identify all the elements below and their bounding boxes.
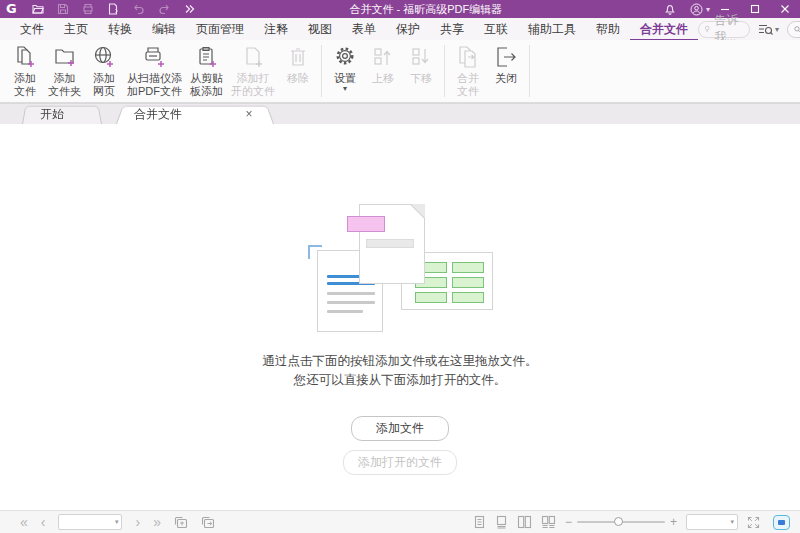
add-opened-files-button[interactable]: 添加打 开的文件 — [227, 44, 279, 99]
settings-button[interactable]: 设置 ▾ — [326, 44, 364, 92]
zoom-level-input[interactable]: ▾ — [686, 514, 738, 530]
move-down-button[interactable]: 下移 — [402, 44, 440, 86]
redo-icon[interactable] — [158, 3, 171, 15]
add-opened-files-action-button[interactable]: 添加打开的文件 — [343, 450, 457, 475]
add-webpage-globe-icon — [92, 45, 116, 69]
add-folder-icon — [53, 45, 77, 69]
hint-line-2: 您还可以直接从下面添加打开的文件。 — [263, 371, 538, 390]
open-file-icon[interactable] — [32, 3, 44, 15]
zoom-in-icon[interactable]: + — [670, 516, 677, 528]
page-number-input[interactable]: ▾ — [58, 514, 122, 530]
ribbon-group-add: 添加 文件 添加 文件夹 添加 网页 从扫描仪添 加PDF文件 从剪贴 板添加 — [6, 44, 317, 99]
exit-icon — [494, 45, 518, 69]
statusbar: « ‹ ▾ › » − + — [0, 510, 800, 533]
search-icon — [794, 24, 800, 35]
search-options-button[interactable]: ▾ — [758, 23, 779, 36]
menu-organize[interactable]: 页面管理 — [186, 18, 254, 40]
remove-button[interactable]: 移除 — [279, 44, 317, 86]
new-document-icon[interactable] — [107, 3, 119, 15]
title-placeholder-bar — [366, 239, 414, 248]
window-title: 合并文件 - 福昕高级PDF编辑器 — [195, 2, 657, 17]
clipboard-icon — [195, 45, 219, 69]
menu-view[interactable]: 视图 — [298, 18, 342, 40]
zoom-slider-track[interactable] — [577, 521, 665, 523]
opened-file-icon — [241, 45, 265, 69]
last-page-icon[interactable]: » — [153, 515, 161, 529]
tab-close-icon[interactable]: × — [242, 107, 256, 121]
scanner-icon — [143, 45, 167, 69]
continuous-view-icon[interactable] — [495, 515, 508, 529]
menu-home[interactable]: 主页 — [54, 18, 98, 40]
view-zoom-controls: − + ▾ — [473, 514, 790, 530]
ribbon-separator — [321, 45, 322, 97]
hint-line-1: 通过点击下面的按钮添加文件或在这里拖放文件。 — [263, 352, 538, 371]
facing-view-icon[interactable] — [517, 515, 532, 529]
find-input[interactable]: 查找 — [787, 21, 800, 38]
trash-icon — [286, 45, 310, 69]
menu-comment[interactable]: 注释 — [254, 18, 298, 40]
menu-protect[interactable]: 保护 — [386, 18, 430, 40]
add-webpage-button[interactable]: 添加 网页 — [85, 44, 123, 99]
move-up-button[interactable]: 上移 — [364, 44, 402, 86]
previous-view-icon[interactable] — [174, 516, 188, 529]
previous-page-icon[interactable]: ‹ — [41, 515, 46, 529]
ribbon-merge-files: 添加 文件 添加 文件夹 添加 网页 从扫描仪添 加PDF文件 从剪贴 板添加 — [0, 40, 800, 103]
next-page-icon[interactable]: › — [135, 515, 140, 529]
zoom-slider[interactable]: − + — [565, 516, 677, 528]
menu-connect[interactable]: 互联 — [474, 18, 518, 40]
print-icon[interactable] — [82, 3, 94, 15]
undo-icon[interactable] — [132, 3, 145, 15]
highlight-pink-block — [347, 216, 385, 232]
page-navigation: « ‹ ▾ › » — [10, 514, 215, 530]
menubar: 文件 主页 转换 编辑 页面管理 注释 视图 表单 保护 共享 互联 辅助工具 … — [0, 18, 800, 40]
menu-merge-files[interactable]: 合并文件 — [630, 18, 698, 41]
add-folder-button[interactable]: 添加 文件夹 — [44, 44, 85, 99]
first-page-icon[interactable]: « — [20, 515, 28, 529]
menu-form[interactable]: 表单 — [342, 18, 386, 40]
foxit-assistant-icon[interactable] — [773, 515, 790, 530]
add-from-clipboard-button[interactable]: 从剪贴 板添加 — [186, 44, 227, 99]
document-tabbar: 开始 合并文件 × — [0, 103, 800, 124]
move-up-icon — [371, 45, 395, 69]
add-from-scanner-button[interactable]: 从扫描仪添 加PDF文件 — [123, 44, 186, 99]
add-files-action-button[interactable]: 添加文件 — [351, 416, 449, 441]
maximize-button[interactable] — [740, 0, 770, 18]
titlebar: G 合并文件 - 福昕高级PDF编辑器 ▾ — [0, 0, 800, 18]
search-filter-icon — [758, 23, 773, 36]
notifications-bell-icon[interactable] — [657, 3, 683, 15]
menu-file[interactable]: 文件 — [10, 18, 54, 40]
lightbulb-icon — [704, 23, 710, 35]
merge-files-button[interactable]: 合并 文件 — [449, 44, 487, 99]
tab-merge-files[interactable]: 合并文件 × — [116, 104, 274, 124]
ribbon-group-actions: 合并 文件 关闭 — [449, 44, 525, 99]
tell-me-search[interactable]: 告诉我... — [698, 21, 750, 38]
save-icon[interactable] — [57, 3, 69, 15]
add-file-icon — [13, 45, 37, 69]
menu-share[interactable]: 共享 — [430, 18, 474, 40]
single-page-view-icon[interactable] — [473, 515, 486, 529]
merge-files-panel: 通过点击下面的按钮添加文件或在这里拖放文件。 您还可以直接从下面添加打开的文件。… — [0, 124, 800, 510]
facing-continuous-view-icon[interactable] — [541, 515, 556, 529]
add-files-button[interactable]: 添加 文件 — [6, 44, 44, 99]
close-button[interactable] — [770, 0, 800, 18]
settings-caret-icon: ▾ — [343, 86, 347, 91]
tab-start[interactable]: 开始 — [22, 104, 102, 124]
move-down-icon — [409, 45, 433, 69]
quick-access-toolbar: G — [0, 0, 195, 18]
fullscreen-icon[interactable] — [747, 516, 760, 529]
search-options-caret-icon: ▾ — [775, 25, 779, 34]
merge-documents-illustration — [295, 190, 505, 340]
next-view-icon[interactable] — [201, 516, 215, 529]
ribbon-separator — [529, 45, 530, 97]
customize-toolbar-chevron-icon[interactable] — [184, 4, 195, 14]
zoom-out-icon[interactable]: − — [565, 516, 572, 528]
zoom-slider-thumb[interactable] — [614, 517, 623, 526]
menu-help[interactable]: 帮助 — [586, 18, 630, 40]
menu-convert[interactable]: 转换 — [98, 18, 142, 40]
menu-accessibility[interactable]: 辅助工具 — [518, 18, 586, 40]
close-merge-button[interactable]: 关闭 — [487, 44, 525, 86]
drop-hint-text: 通过点击下面的按钮添加文件或在这里拖放文件。 您还可以直接从下面添加打开的文件。 — [263, 352, 538, 390]
ribbon-separator — [444, 45, 445, 97]
gear-icon — [333, 45, 357, 69]
menu-edit[interactable]: 编辑 — [142, 18, 186, 40]
